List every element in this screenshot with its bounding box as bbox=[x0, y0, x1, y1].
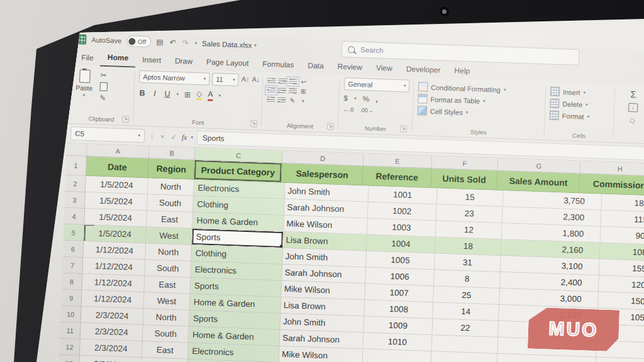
cell-F2[interactable]: 15 bbox=[437, 189, 504, 207]
italic-button[interactable]: I bbox=[151, 89, 158, 98]
cell-E9[interactable]: 1008 bbox=[364, 300, 433, 319]
cells-insert-button[interactable]: Insert▾ bbox=[550, 87, 611, 98]
cell-A2[interactable]: 1/5/2024 bbox=[86, 176, 148, 194]
cell-A4[interactable]: 1/5/2024 bbox=[84, 209, 147, 227]
cell-G1[interactable]: Sales Amount bbox=[497, 171, 580, 194]
autosave-toggle[interactable]: Off bbox=[126, 35, 152, 47]
align-middle-icon[interactable] bbox=[278, 79, 286, 84]
name-box[interactable]: C5 ▾ bbox=[70, 126, 145, 143]
cell-A9[interactable]: 1/12/2024 bbox=[82, 290, 145, 309]
row-header-5[interactable]: 5 bbox=[63, 224, 84, 241]
row-header-4[interactable]: 4 bbox=[64, 208, 85, 225]
cell-E1[interactable]: Reference bbox=[363, 166, 432, 188]
cell-B11[interactable]: South bbox=[143, 325, 189, 343]
copy-icon[interactable] bbox=[100, 82, 108, 91]
tab-draw[interactable]: Draw bbox=[168, 53, 200, 70]
autosum-icon[interactable]: Σ bbox=[630, 89, 636, 99]
percent-icon[interactable]: % bbox=[362, 94, 369, 103]
cell-F8[interactable]: 25 bbox=[433, 286, 500, 305]
shrink-font-icon[interactable]: A↓ bbox=[252, 74, 260, 87]
resize-handle-icon[interactable]: ⋮ bbox=[148, 132, 155, 140]
document-title[interactable]: Sales Data.xlsx ▾ bbox=[202, 40, 257, 49]
cell-E8[interactable]: 1007 bbox=[365, 284, 434, 303]
cell-A3[interactable]: 1/5/2024 bbox=[85, 192, 148, 211]
cell-A10[interactable]: 2/3/2024 bbox=[81, 307, 144, 325]
cell-B7[interactable]: South bbox=[145, 260, 191, 278]
font-size-select[interactable]: 11 ▾ bbox=[212, 73, 239, 86]
cell-D1[interactable]: Salesperson bbox=[282, 163, 364, 185]
cell-B10[interactable]: North bbox=[143, 309, 190, 327]
orientation-icon[interactable]: ✎ bbox=[289, 97, 295, 104]
tab-page-layout[interactable]: Page Layout bbox=[199, 55, 256, 72]
styles-conditional-formatting-button[interactable]: Conditional Formatting▾ bbox=[418, 82, 541, 96]
cut-icon[interactable]: ✂ bbox=[100, 72, 108, 79]
cell-B12[interactable]: East bbox=[142, 341, 189, 359]
align-top-icon[interactable] bbox=[267, 78, 275, 84]
grow-font-icon[interactable]: A↑ bbox=[241, 74, 250, 87]
increase-indent-icon[interactable] bbox=[277, 97, 286, 103]
tab-file[interactable]: File bbox=[74, 50, 101, 66]
row-header-12[interactable]: 12 bbox=[59, 339, 80, 356]
cell-A11[interactable]: 2/3/2024 bbox=[80, 323, 143, 341]
tab-insert[interactable]: Insert bbox=[135, 53, 169, 69]
tab-view[interactable]: View bbox=[369, 61, 400, 77]
underline-button[interactable]: U bbox=[164, 89, 170, 98]
decrease-decimal-icon[interactable]: .00→ bbox=[360, 107, 374, 114]
cell-A12[interactable]: 2/3/2024 bbox=[80, 339, 143, 358]
insert-function-icon[interactable]: fx bbox=[182, 133, 187, 142]
cell-F3[interactable]: 23 bbox=[436, 205, 503, 224]
align-left-icon[interactable] bbox=[267, 87, 275, 93]
cell-E10[interactable]: 1009 bbox=[364, 317, 433, 336]
cell-F1[interactable]: Units Sold bbox=[431, 168, 498, 190]
cell-C5[interactable]: Sports bbox=[192, 229, 284, 248]
row-header-8[interactable]: 8 bbox=[62, 273, 83, 290]
cells-delete-button[interactable]: Delete▾ bbox=[550, 99, 610, 110]
search-input[interactable] bbox=[359, 45, 538, 60]
fill-color-icon[interactable]: ◇ bbox=[196, 90, 203, 100]
cell-B3[interactable]: South bbox=[147, 194, 194, 212]
alignment-launcher-icon[interactable]: ↘ bbox=[327, 123, 334, 129]
cell-A7[interactable]: 1/12/2024 bbox=[82, 258, 145, 276]
clear-icon[interactable]: ◇ bbox=[628, 115, 636, 125]
font-launcher-icon[interactable]: ↘ bbox=[250, 120, 257, 127]
cell-A1[interactable]: Date bbox=[86, 156, 149, 178]
merge-center-icon[interactable]: ⊞ bbox=[301, 88, 306, 94]
styles-cell-styles-button[interactable]: Cell Styles▾ bbox=[418, 106, 541, 119]
decrease-indent-icon[interactable] bbox=[267, 97, 275, 102]
tab-home[interactable]: Home bbox=[100, 50, 135, 68]
number-launcher-icon[interactable]: ↘ bbox=[400, 125, 407, 132]
row-header-1[interactable]: 1 bbox=[65, 156, 87, 176]
cell-A8[interactable]: 1/12/2024 bbox=[82, 274, 145, 292]
cell-C12[interactable]: Electronics bbox=[188, 343, 280, 362]
undo-icon[interactable]: ↶ bbox=[169, 39, 175, 47]
cell-F12[interactable] bbox=[431, 351, 498, 362]
cell-E5[interactable]: 1004 bbox=[367, 235, 436, 254]
cell-F10[interactable]: 22 bbox=[432, 319, 499, 337]
tab-help[interactable]: Help bbox=[447, 63, 477, 80]
cancel-icon[interactable]: × bbox=[159, 133, 166, 140]
cell-F11[interactable] bbox=[432, 335, 499, 354]
row-header-6[interactable]: 6 bbox=[62, 241, 84, 258]
cell-E4[interactable]: 1003 bbox=[367, 219, 436, 238]
save-icon[interactable]: ▤ bbox=[156, 38, 164, 46]
cell-A5[interactable]: 1/5/2024 bbox=[84, 225, 147, 243]
row-header-9[interactable]: 9 bbox=[61, 290, 82, 307]
row-header-2[interactable]: 2 bbox=[65, 175, 86, 192]
cell-A6[interactable]: 1/12/2024 bbox=[83, 241, 146, 260]
cell-C1[interactable]: Product Category bbox=[194, 160, 282, 183]
format-painter-icon[interactable]: ✎ bbox=[99, 94, 107, 102]
cell-B9[interactable]: West bbox=[144, 292, 191, 310]
enter-icon[interactable]: ✓ bbox=[169, 133, 178, 141]
row-header-3[interactable]: 3 bbox=[64, 192, 86, 209]
cell-B8[interactable]: East bbox=[145, 276, 191, 294]
font-color-icon[interactable]: A bbox=[208, 90, 213, 101]
cell-F4[interactable]: 12 bbox=[436, 221, 502, 239]
select-all-corner[interactable] bbox=[66, 143, 87, 156]
comma-style-icon[interactable]: , bbox=[375, 95, 378, 104]
tab-formulas[interactable]: Formulas bbox=[255, 57, 301, 73]
customize-qat-icon[interactable]: ▾ bbox=[195, 41, 197, 46]
align-right-icon[interactable] bbox=[289, 88, 297, 94]
tab-review[interactable]: Review bbox=[330, 59, 369, 75]
styles-format-as-table-button[interactable]: Format as Table▾ bbox=[418, 94, 541, 107]
fill-handle[interactable] bbox=[280, 245, 283, 248]
